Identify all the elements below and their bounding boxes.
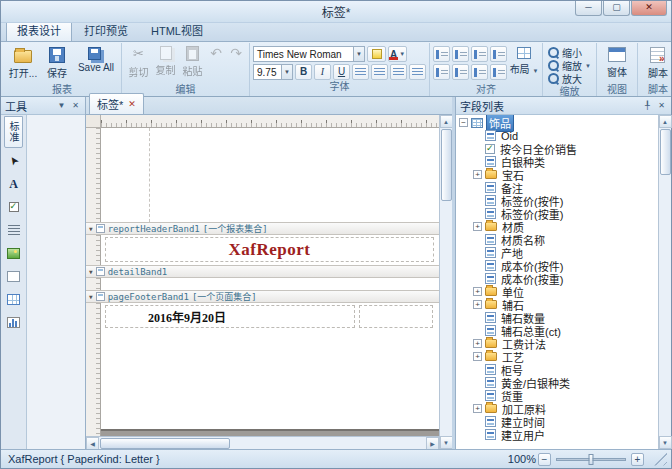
scroll-down-icon[interactable]: ▼ [659,436,672,449]
field-list-item[interactable]: 标签价(按重) [456,207,658,220]
copy-button[interactable]: 复制 [152,44,179,77]
align-justify-button[interactable] [409,64,426,80]
pointer-tool[interactable]: ➤ [3,151,25,171]
horizontal-scrollbar[interactable]: ◀ ▶ [86,436,439,449]
field-list-item[interactable]: +材质 [456,220,658,233]
toolbox-tab-standard[interactable]: 标准 [4,116,23,148]
open-report-button[interactable]: 打开... [6,44,40,81]
font-size-combo[interactable]: 9.75 ▼ [253,64,293,80]
field-list-item[interactable]: 成本价(按重) [456,272,658,285]
zoom-slider[interactable] [556,458,626,461]
italic-button[interactable]: I [314,64,331,80]
field-list-item[interactable]: 黄金/白银种类 [456,376,658,389]
richtext-tool[interactable] [3,220,25,240]
windows-button[interactable]: 窗体 [600,44,634,80]
footer-empty-cell[interactable] [359,305,433,328]
field-list-item[interactable]: 白银种类 [456,155,658,168]
band-detail[interactable]: ▼ detailBand1 [86,265,439,278]
field-list-item[interactable]: +工费计法 [456,337,658,350]
align-centers-button[interactable] [452,46,469,62]
band-page-footer[interactable]: ▼ pageFooterBand1 [一个页面集合] [86,290,439,303]
vertical-scrollbar[interactable]: ▲ ▼ [439,115,452,449]
vertical-ruler[interactable] [86,333,101,436]
same-size-button[interactable] [471,64,488,80]
title-bar[interactable]: 标签* ─ ▢ ✕ [1,1,671,23]
band-collapse-icon[interactable]: ▼ [89,269,93,275]
field-list-item[interactable]: +加工原料 [456,402,658,415]
align-bottoms-button[interactable] [452,64,469,80]
underline-button[interactable]: U [333,64,350,80]
footer-date-label[interactable]: 2016年9月20日 [105,305,355,328]
scroll-right-icon[interactable]: ▶ [426,437,439,450]
zoom-in-button[interactable]: 放大 [546,72,593,85]
field-list-item[interactable]: 材质名称 [456,233,658,246]
field-list-item[interactable]: +辅石 [456,298,658,311]
field-list-item[interactable]: 建立用户 [456,428,658,441]
undo-button[interactable]: ↶ [206,44,226,60]
save-all-button[interactable]: Save All [74,44,118,74]
zoom-in-button[interactable]: + [631,453,644,466]
field-list-item[interactable]: +宝石 [456,168,658,181]
field-list-item[interactable]: 货重 [456,389,658,402]
tree-expander-icon[interactable]: − [459,118,468,127]
redo-button[interactable]: ↷ [226,44,246,60]
scroll-left-icon[interactable]: ◀ [86,437,99,450]
page-footer-area[interactable]: 2016年9月20日 [101,303,439,333]
scrollbar-thumb[interactable] [441,129,452,201]
label-tool[interactable]: A [3,174,25,194]
align-lefts-button[interactable] [433,46,450,62]
align-center-button[interactable] [371,64,388,80]
field-list-item[interactable]: 按今日全价销售 [456,142,658,155]
field-list-item[interactable]: +工艺 [456,350,658,363]
maximize-button[interactable]: ▢ [603,1,630,16]
close-icon[interactable]: ✕ [656,100,667,111]
minimize-button[interactable]: ─ [575,1,602,16]
vertical-ruler[interactable] [86,303,101,333]
scroll-up-icon[interactable]: ▲ [659,115,672,128]
chevron-down-icon[interactable]: ▼ [281,65,292,79]
scroll-down-icon[interactable]: ▼ [440,436,453,449]
document-tab[interactable]: 标签* ✕ [89,93,144,114]
checkbox-tool[interactable] [3,197,25,217]
chevron-down-icon[interactable]: ▼ [353,47,364,61]
tree-expander-icon[interactable]: + [473,352,482,361]
vertical-ruler[interactable] [86,235,101,265]
tree-expander-icon[interactable]: + [473,300,482,309]
design-surface[interactable]: ▼ reportHeaderBand1 [一个报表集合] XafReport [86,128,439,436]
zoom-out-button[interactable]: − [538,453,551,466]
band-collapse-icon[interactable]: ▼ [89,226,93,232]
resize-grip-icon[interactable] [654,453,667,466]
detail-area[interactable] [101,278,439,290]
save-button[interactable]: 保存 [40,44,74,81]
align-middles-button[interactable] [433,64,450,80]
align-tops-button[interactable] [490,46,507,62]
bold-button[interactable]: B [295,64,312,80]
close-icon[interactable]: ✕ [70,100,81,111]
layout-button[interactable]: 布局 ▼ [509,44,539,76]
pin-icon[interactable]: ╀ [642,100,653,111]
tree-expander-icon[interactable]: + [473,339,482,348]
tree-expander-icon[interactable]: + [473,170,482,179]
scrollbar-thumb[interactable] [100,438,230,449]
font-name-combo[interactable]: Times New Roman ▼ [253,46,365,62]
close-document-icon[interactable]: ✕ [128,100,136,109]
report-header-area[interactable]: XafReport [101,235,439,265]
scripts-button[interactable]: 脚本 [641,44,672,81]
chart-tool[interactable] [3,312,25,332]
band-report-header[interactable]: ▼ reportHeaderBand1 [一个报表集合] [86,222,439,235]
panel-tool[interactable] [3,266,25,286]
table-tool[interactable] [3,289,25,309]
paste-button[interactable]: 粘贴 [179,44,206,78]
font-color-button[interactable]: A ▼ [388,46,407,62]
scroll-up-icon[interactable]: ▲ [440,115,453,128]
scrollbar-thumb[interactable] [660,129,671,175]
field-list-item[interactable]: −饰品 [456,116,658,129]
zoom-slider-thumb[interactable] [589,454,594,465]
horizontal-ruler[interactable] [101,115,439,128]
report-title-label[interactable]: XafReport [105,237,434,262]
align-right-button[interactable] [390,64,407,80]
page-top-margin[interactable] [101,128,439,222]
close-button[interactable]: ✕ [631,1,667,16]
align-rights-button[interactable] [471,46,488,62]
field-checkbox[interactable] [485,144,495,154]
